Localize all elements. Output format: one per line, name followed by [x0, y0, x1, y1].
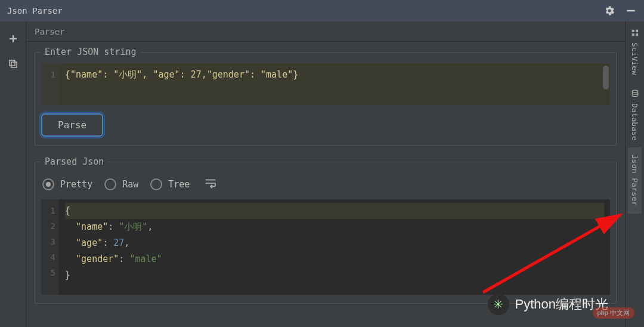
minimize-icon[interactable] — [625, 5, 637, 17]
window-title: Json Parser — [7, 6, 63, 16]
left-tool-gutter — [0, 21, 26, 327]
svg-rect-10 — [636, 33, 638, 36]
output-line: } — [65, 267, 604, 283]
json-input-text[interactable]: {"name": "小明", "age": 27,"gender": "male… — [59, 63, 610, 105]
output-group: Parsed Json PrettyRawTree 12345 { "name"… — [35, 156, 617, 304]
output-line-gutter: 12345 — [41, 199, 59, 295]
output-line: "age": 27, — [65, 235, 604, 251]
output-legend: Parsed Json — [41, 156, 107, 167]
soft-wrap-icon[interactable] — [204, 177, 217, 192]
svg-rect-8 — [636, 30, 638, 32]
json-output-text: { "name": "小明", "age": 27, "gender": "ma… — [59, 199, 610, 295]
radio-tree[interactable] — [150, 178, 162, 190]
input-group: Enter JSON string 1 {"name": "小明", "age"… — [35, 47, 617, 146]
title-bar: Json Parser — [0, 0, 644, 21]
database-icon — [631, 90, 639, 100]
svg-rect-9 — [631, 33, 634, 36]
svg-rect-7 — [631, 30, 634, 32]
view-label-raw[interactable]: Raw — [122, 179, 138, 190]
input-legend: Enter JSON string — [41, 47, 140, 57]
output-line: { — [65, 203, 604, 219]
view-label-pretty[interactable]: Pretty — [60, 179, 92, 190]
view-label-tree[interactable]: Tree — [168, 179, 190, 190]
wechat-icon: ✳ — [488, 294, 509, 315]
rail-tab-json-parser[interactable]: Json Parser — [628, 147, 642, 213]
radio-raw[interactable] — [104, 178, 116, 190]
plus-icon[interactable] — [8, 33, 18, 44]
rail-tab-sciview[interactable]: SciView — [628, 21, 642, 82]
breadcrumb: Parser — [26, 21, 625, 42]
breadcrumb-label: Parser — [35, 27, 65, 36]
rail-tab-database[interactable]: Database — [628, 82, 642, 148]
radio-pretty[interactable] — [42, 178, 54, 190]
view-mode-options: PrettyRawTree — [41, 173, 610, 199]
wechat-watermark: ✳ Python编程时光 — [488, 294, 609, 315]
sciview-icon — [631, 29, 639, 39]
gear-icon[interactable] — [603, 5, 615, 17]
json-output-editor[interactable]: 12345 { "name": "小明", "age": 27, "gender… — [41, 199, 610, 295]
right-tool-rail: SciViewDatabaseJson Parser — [625, 21, 644, 327]
php-badge: php 中文网 — [593, 307, 634, 319]
copy-icon[interactable] — [8, 58, 18, 69]
svg-rect-4 — [10, 60, 15, 66]
output-line: "gender": "male" — [65, 251, 604, 267]
input-line-gutter: 1 — [41, 63, 59, 105]
parse-button[interactable]: Parse — [41, 113, 103, 137]
json-input-editor[interactable]: 1 {"name": "小明", "age": 27,"gender": "ma… — [41, 63, 610, 105]
input-scrollbar[interactable] — [603, 66, 609, 90]
svg-rect-3 — [11, 62, 17, 67]
output-line: "name": "小明", — [65, 219, 604, 235]
svg-point-11 — [632, 90, 637, 92]
